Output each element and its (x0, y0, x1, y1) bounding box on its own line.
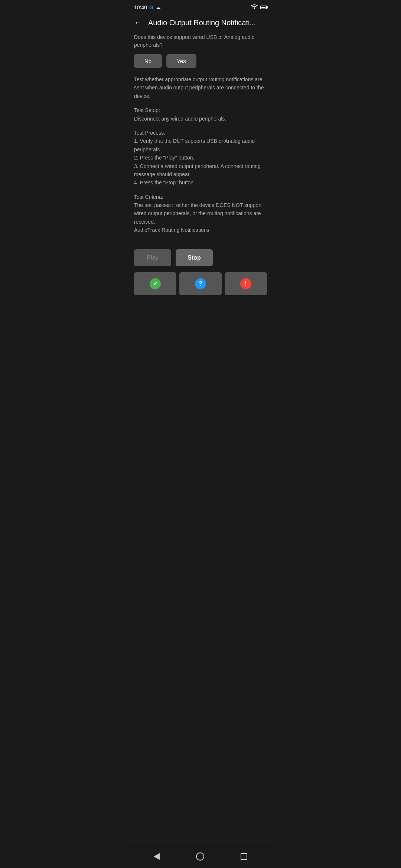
header: ← Audio Output Routing Notificati... (128, 13, 273, 33)
play-stop-row: Play Stop (134, 249, 267, 266)
test-process-label: Test Process: (134, 130, 165, 136)
result-buttons: ✓ ? ! (134, 272, 267, 295)
question-text: Does this device support wired USB or An… (134, 33, 267, 49)
test-setup-content: Disconnect any wired audio peripherals. (134, 115, 267, 123)
google-icon: G (149, 4, 153, 10)
bottom-controls: Play Stop ✓ ? ! (128, 242, 273, 301)
test-setup-label: Test Setup: (134, 107, 160, 113)
no-button[interactable]: No (134, 54, 162, 68)
status-left: 10:40 G ☁ (134, 4, 161, 10)
info-button[interactable]: ? (179, 272, 222, 295)
play-button[interactable]: Play (134, 249, 171, 266)
wifi-icon (251, 4, 258, 10)
yes-button[interactable]: Yes (166, 54, 196, 68)
test-criteria-label: Test Criteria: (134, 194, 163, 200)
main-content: Does this device support wired USB or An… (128, 33, 273, 234)
back-button[interactable]: ← (134, 18, 142, 27)
test-process-section: Test Process: 1. Verify that the DUT sup… (134, 129, 267, 187)
cloud-icon: ☁ (156, 4, 161, 10)
status-bar: 10:40 G ☁ (128, 0, 273, 13)
test-setup-section: Test Setup: Disconnect any wired audio p… (134, 106, 267, 123)
page-title: Audio Output Routing Notificati... (148, 19, 267, 27)
battery-icon (260, 6, 267, 9)
yes-no-buttons: No Yes (134, 54, 267, 68)
description-text: Test whether appropriate output routing … (134, 75, 267, 100)
pass-icon: ✓ (150, 278, 161, 289)
fail-button[interactable]: ! (225, 272, 267, 295)
test-process-steps: 1. Verify that the DUT supports USB or A… (134, 137, 267, 187)
pass-button[interactable]: ✓ (134, 272, 176, 295)
stop-button[interactable]: Stop (176, 249, 213, 266)
time-display: 10:40 (134, 4, 147, 10)
info-icon: ? (195, 278, 206, 289)
fail-icon: ! (240, 278, 251, 289)
test-criteria-content: The test passes if either the device DOE… (134, 201, 267, 234)
test-criteria-section: Test Criteria: The test passes if either… (134, 193, 267, 234)
status-right (251, 4, 267, 10)
